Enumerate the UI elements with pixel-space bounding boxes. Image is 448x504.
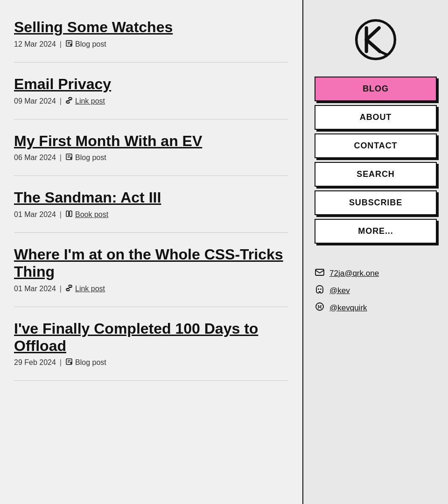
svg-point-14 <box>357 21 395 59</box>
svg-line-17 <box>366 40 380 51</box>
github-icon <box>315 301 325 314</box>
post-item: Selling Some Watches12 Mar 2024|Blog pos… <box>14 9 288 63</box>
meta-separator: | <box>60 97 62 105</box>
github-link[interactable]: @kevquirk <box>315 301 437 314</box>
navigation-menu: BLOGABOUTCONTACTSEARCHSUBSCRIBEMORE... <box>315 77 437 244</box>
svg-point-21 <box>320 288 322 290</box>
svg-point-20 <box>318 288 319 290</box>
svg-point-22 <box>316 303 323 310</box>
post-type-label: Blog post <box>75 358 106 367</box>
meta-separator: | <box>60 154 62 162</box>
svg-line-3 <box>68 99 70 101</box>
nav-button-search[interactable]: SEARCH <box>315 162 437 187</box>
post-type-label: Blog post <box>75 40 106 49</box>
svg-point-24 <box>320 305 322 307</box>
post-date: 06 Mar 2024 <box>14 154 56 162</box>
post-type-label: Blog post <box>75 154 106 162</box>
post-item: The Sandman: Act III01 Mar 2024|Book pos… <box>14 176 288 233</box>
post-item: Where I'm at on the Whole CSS-Tricks Thi… <box>14 233 288 307</box>
post-title[interactable]: Where I'm at on the Whole CSS-Tricks Thi… <box>14 246 288 280</box>
post-meta: 01 Mar 2024|Link post <box>14 284 288 294</box>
nav-button-contact[interactable]: CONTACT <box>315 133 437 158</box>
post-title[interactable]: My First Month With an EV <box>14 133 288 150</box>
post-type-label[interactable]: Book post <box>75 210 108 219</box>
meta-separator: | <box>60 285 62 293</box>
email-address: 72ja@qrk.one <box>329 269 379 278</box>
post-item: I've Finally Completed 100 Days to Offlo… <box>14 307 288 381</box>
post-date: 01 Mar 2024 <box>14 210 56 219</box>
svg-line-10 <box>68 287 70 289</box>
post-type-icon <box>65 284 73 294</box>
post-date: 09 Mar 2024 <box>14 97 56 105</box>
post-title[interactable]: The Sandman: Act III <box>14 189 288 206</box>
svg-point-23 <box>318 305 319 307</box>
mastodon-handle: @kev <box>329 286 350 295</box>
svg-line-18 <box>380 51 386 54</box>
post-type-icon <box>65 153 73 162</box>
svg-line-16 <box>366 28 379 40</box>
posts-column: Selling Some Watches12 Mar 2024|Blog pos… <box>0 0 303 504</box>
post-meta: 01 Mar 2024|Book post <box>14 210 288 219</box>
post-type: Blog post <box>65 358 106 367</box>
post-title[interactable]: Selling Some Watches <box>14 19 288 36</box>
meta-separator: | <box>60 210 62 219</box>
mastodon-icon <box>315 284 325 297</box>
post-type-icon <box>65 358 73 367</box>
post-item: My First Month With an EV06 Mar 2024|Blo… <box>14 119 288 176</box>
post-meta: 06 Mar 2024|Blog post <box>14 153 288 162</box>
post-type: Blog post <box>65 40 106 49</box>
post-item: Email Privacy09 Mar 2024|Link post <box>14 63 288 119</box>
logo-container <box>355 19 397 63</box>
post-meta: 12 Mar 2024|Blog post <box>14 40 288 49</box>
post-type-icon <box>65 210 73 219</box>
github-handle: @kevquirk <box>329 303 367 313</box>
nav-button-about[interactable]: ABOUT <box>315 105 437 130</box>
sidebar: BLOGABOUTCONTACTSEARCHSUBSCRIBEMORE... 7… <box>303 0 448 504</box>
email-link[interactable]: 72ja@qrk.one <box>315 267 437 280</box>
post-type-icon <box>65 97 73 106</box>
post-type: Book post <box>65 210 108 219</box>
post-type-label[interactable]: Link post <box>75 285 105 293</box>
meta-separator: | <box>60 40 62 49</box>
post-date: 01 Mar 2024 <box>14 285 56 293</box>
svg-rect-7 <box>66 211 69 217</box>
nav-button-subscribe[interactable]: SUBSCRIBE <box>315 190 437 215</box>
contact-links: 72ja@qrk.one @kev @kevquirk <box>315 267 437 314</box>
post-type: Blog post <box>65 153 106 162</box>
mastodon-link[interactable]: @kev <box>315 284 437 297</box>
post-date: 29 Feb 2024 <box>14 358 56 367</box>
nav-button-moremore[interactable]: MORE... <box>315 219 437 244</box>
nav-button-blog[interactable]: BLOG <box>315 77 437 101</box>
svg-rect-19 <box>315 269 324 275</box>
post-type-label[interactable]: Link post <box>75 97 105 105</box>
post-meta: 09 Mar 2024|Link post <box>14 97 288 106</box>
post-type: Link post <box>65 284 105 294</box>
meta-separator: | <box>60 358 62 367</box>
post-type: Link post <box>65 97 105 106</box>
post-date: 12 Mar 2024 <box>14 40 56 49</box>
svg-rect-8 <box>70 211 72 217</box>
post-title[interactable]: Email Privacy <box>14 76 288 93</box>
site-logo <box>355 19 397 61</box>
post-title[interactable]: I've Finally Completed 100 Days to Offlo… <box>14 320 288 355</box>
post-meta: 29 Feb 2024|Blog post <box>14 358 288 367</box>
email-icon <box>315 267 325 280</box>
post-type-icon <box>65 40 73 49</box>
